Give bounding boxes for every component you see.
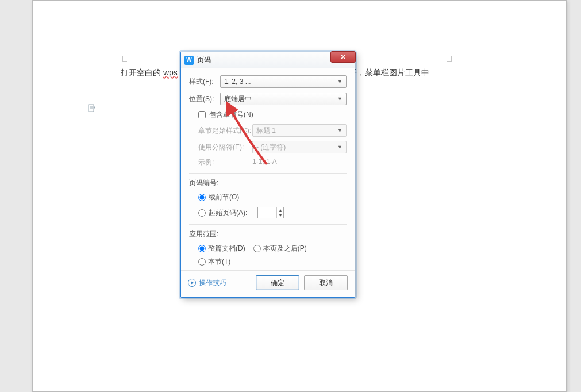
position-combo[interactable]: 底端居中 ▼ [220, 93, 347, 105]
cancel-label: 取消 [319, 278, 333, 288]
section-separator [189, 224, 347, 225]
chevron-down-icon: ▼ [337, 128, 343, 133]
tips-label: 操作技巧 [199, 278, 226, 288]
style-combo[interactable]: 1, 2, 3 ... ▼ [220, 75, 347, 88]
position-label: 位置(S): [189, 94, 220, 104]
style-value: 1, 2, 3 ... [224, 78, 251, 86]
spinner-up-icon[interactable]: ▲ [277, 207, 283, 213]
svg-marker-4 [94, 106, 95, 109]
play-icon [188, 279, 196, 287]
numbering-title: 页码编号: [189, 178, 347, 188]
separator-label: 使用分隔符(E): [198, 143, 252, 152]
start-page-radio[interactable] [198, 209, 206, 217]
wps-app-icon: W [184, 56, 194, 65]
include-chapter-label: 包含章节号(N) [209, 110, 253, 120]
scope-this-label: 本节(T) [208, 257, 230, 267]
dialog-titlebar[interactable]: W 页码 [181, 52, 355, 68]
start-page-spinner[interactable]: ▲ ▼ [257, 207, 284, 218]
separator-value: - (连字符) [256, 143, 286, 152]
start-page-value [258, 207, 276, 218]
close-button[interactable] [330, 51, 356, 63]
ok-button[interactable]: 确定 [256, 275, 299, 290]
text-frag: 打开空白的 [121, 68, 163, 77]
start-page-label: 起始页码(A): [209, 208, 247, 218]
tips-link[interactable]: 操作技巧 [188, 278, 226, 288]
separator-combo: - (连字符) ▼ [252, 141, 347, 153]
scope-whole-label: 整篇文档(D) [208, 244, 245, 253]
header-margin-marker-right [451, 56, 456, 62]
dialog-footer: 操作技巧 确定 取消 [181, 270, 355, 297]
cancel-button[interactable]: 取消 [304, 275, 348, 290]
ok-label: 确定 [271, 278, 284, 288]
chapter-style-combo: 标题 1 ▼ [252, 124, 347, 137]
style-label: 样式(F): [189, 77, 220, 87]
page-number-dialog: W 页码 样式(F): 1, 2, 3 ... ▼ 位置(S): 底端居中 ▼ … [180, 52, 355, 298]
scope-this-radio[interactable] [198, 258, 206, 266]
example-label: 示例: [198, 157, 252, 167]
chapter-style-value: 标题 1 [256, 126, 276, 136]
continue-label: 续前节(O) [209, 193, 239, 202]
spinner-down-icon[interactable]: ▼ [277, 213, 283, 218]
scope-from-label: 本页及之后(P) [263, 244, 307, 253]
dialog-body: 样式(F): 1, 2, 3 ... ▼ 位置(S): 底端居中 ▼ 包含章节号… [181, 68, 355, 270]
scope-whole-radio[interactable] [198, 245, 206, 252]
close-icon [340, 54, 346, 60]
scope-title: 应用范围: [189, 229, 347, 239]
section-separator [189, 173, 347, 174]
chevron-down-icon: ▼ [337, 144, 343, 150]
wavy-term: wps [163, 68, 178, 77]
example-value: 1-1, 1-A [252, 157, 277, 167]
dialog-title: 页码 [197, 55, 211, 65]
continue-radio[interactable] [198, 194, 206, 201]
paragraph-outline-icon [87, 104, 95, 112]
chevron-down-icon: ▼ [337, 79, 343, 84]
chevron-down-icon: ▼ [337, 96, 343, 102]
scope-from-radio[interactable] [253, 245, 261, 252]
header-margin-marker-left [122, 56, 127, 62]
position-value: 底端居中 [224, 94, 252, 104]
chapter-style-label: 章节起始样式(C): [198, 126, 252, 136]
svg-rect-0 [89, 105, 94, 112]
include-chapter-checkbox[interactable] [198, 111, 206, 118]
